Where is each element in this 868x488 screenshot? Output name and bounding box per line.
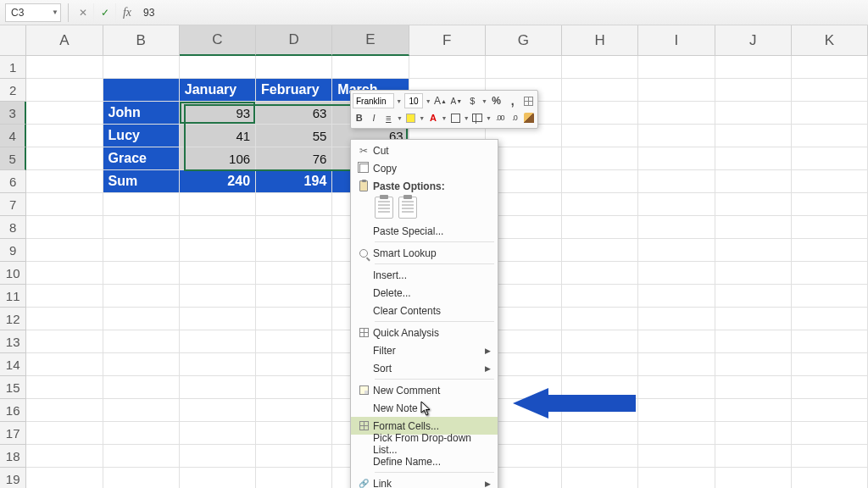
cell-K19[interactable] xyxy=(792,468,868,488)
bold-button[interactable]: B xyxy=(353,110,365,125)
cell-K18[interactable] xyxy=(792,445,868,468)
cancel-formula-button[interactable]: ✕ xyxy=(72,3,94,22)
cell-H11[interactable] xyxy=(562,285,638,308)
table-format-button[interactable] xyxy=(521,93,536,108)
cell-H3[interactable] xyxy=(562,102,638,125)
cell-C11[interactable] xyxy=(180,285,256,308)
cell-J8[interactable] xyxy=(715,216,792,239)
cell-H19[interactable] xyxy=(562,468,638,488)
cell-I17[interactable] xyxy=(638,422,715,445)
enter-formula-button[interactable]: ✓ xyxy=(94,3,116,22)
cell-D1[interactable] xyxy=(256,56,332,79)
cell-I6[interactable] xyxy=(638,170,715,193)
cell-K3[interactable] xyxy=(792,102,868,125)
cell-H7[interactable] xyxy=(562,193,638,216)
cell-I7[interactable] xyxy=(638,193,715,216)
cell-C15[interactable] xyxy=(180,376,256,399)
row-header-19[interactable]: 19 xyxy=(0,468,26,488)
col-header-A[interactable]: A xyxy=(26,25,103,56)
cell-J16[interactable] xyxy=(715,399,792,422)
col-header-E[interactable]: E xyxy=(332,25,409,56)
cell-K4[interactable] xyxy=(792,125,868,147)
cell-K8[interactable] xyxy=(792,216,868,239)
cell-A15[interactable] xyxy=(26,376,103,399)
cell-D19[interactable] xyxy=(256,468,332,488)
cell-D12[interactable] xyxy=(256,308,332,330)
cell-B10[interactable] xyxy=(103,262,180,285)
cell-D17[interactable] xyxy=(256,422,332,445)
cell-B1[interactable] xyxy=(103,56,180,79)
cell-K1[interactable] xyxy=(792,56,868,79)
cell-A13[interactable] xyxy=(26,330,103,353)
cell-D4[interactable]: 55 xyxy=(256,125,332,147)
cell-D10[interactable] xyxy=(256,262,332,285)
col-header-C[interactable]: C xyxy=(180,25,256,56)
select-all-corner[interactable] xyxy=(0,25,26,56)
col-header-K[interactable]: K xyxy=(792,25,868,56)
font-family-dropdown-icon[interactable]: ▼ xyxy=(396,98,402,104)
cell-B17[interactable] xyxy=(103,422,180,445)
paste-option-2[interactable] xyxy=(398,197,417,219)
fill-color-dropdown-icon[interactable]: ▼ xyxy=(419,115,425,121)
cell-J11[interactable] xyxy=(715,285,792,308)
cell-B15[interactable] xyxy=(103,376,180,399)
cell-D6[interactable]: 194 xyxy=(256,170,332,193)
font-size-select[interactable]: 10 xyxy=(404,93,424,108)
ctx-link[interactable]: Link ▶ xyxy=(351,474,498,488)
row-header-8[interactable]: 8 xyxy=(0,216,26,239)
cell-K14[interactable] xyxy=(792,353,868,376)
formula-input[interactable]: 93 xyxy=(138,7,868,19)
font-size-dropdown-icon[interactable]: ▼ xyxy=(425,98,431,104)
cell-D15[interactable] xyxy=(256,376,332,399)
cell-E1[interactable] xyxy=(332,56,409,79)
cell-K13[interactable] xyxy=(792,330,868,353)
ctx-copy[interactable]: Copy xyxy=(351,159,498,177)
col-header-G[interactable]: G xyxy=(486,25,562,56)
cell-J7[interactable] xyxy=(715,193,792,216)
cell-I10[interactable] xyxy=(638,262,715,285)
row-header-1[interactable]: 1 xyxy=(0,56,26,79)
cell-J18[interactable] xyxy=(715,445,792,468)
cell-G1[interactable] xyxy=(486,56,562,79)
cell-A3[interactable] xyxy=(26,102,103,125)
cell-K7[interactable] xyxy=(792,193,868,216)
cell-A5[interactable] xyxy=(26,147,103,170)
cell-B8[interactable] xyxy=(103,216,180,239)
cell-J12[interactable] xyxy=(715,308,792,330)
cell-A4[interactable] xyxy=(26,125,103,147)
cell-F1[interactable] xyxy=(409,56,486,79)
cell-J13[interactable] xyxy=(715,330,792,353)
cell-J9[interactable] xyxy=(715,239,792,262)
cell-J6[interactable] xyxy=(715,170,792,193)
currency-dropdown-icon[interactable]: ▼ xyxy=(481,98,487,104)
decrease-decimal-button[interactable]: .0 xyxy=(508,110,520,125)
cell-J14[interactable] xyxy=(715,353,792,376)
cell-C6[interactable]: 240 xyxy=(180,170,256,193)
font-color-button[interactable]: A xyxy=(426,110,439,125)
cell-A10[interactable] xyxy=(26,262,103,285)
percent-button[interactable]: % xyxy=(489,93,504,108)
cell-C19[interactable] xyxy=(180,468,256,488)
cell-A7[interactable] xyxy=(26,193,103,216)
cell-I11[interactable] xyxy=(638,285,715,308)
cell-A1[interactable] xyxy=(26,56,103,79)
font-color-dropdown-icon[interactable]: ▼ xyxy=(442,115,448,121)
cell-B3[interactable]: John xyxy=(103,102,180,125)
ctx-filter[interactable]: Filter ▶ xyxy=(351,341,498,359)
increase-font-button[interactable]: A▲ xyxy=(433,93,448,108)
row-header-10[interactable]: 10 xyxy=(0,262,26,285)
cell-B5[interactable]: Grace xyxy=(103,147,180,170)
cell-I3[interactable] xyxy=(638,102,715,125)
ctx-cut[interactable]: Cut xyxy=(351,141,498,159)
cell-C3[interactable]: 93 xyxy=(180,102,256,125)
row-header-6[interactable]: 6 xyxy=(0,170,26,193)
cell-J5[interactable] xyxy=(715,147,792,170)
row-header-18[interactable]: 18 xyxy=(0,445,26,468)
cell-I13[interactable] xyxy=(638,330,715,353)
cell-A2[interactable] xyxy=(26,79,103,102)
cell-I2[interactable] xyxy=(638,79,715,102)
cell-K11[interactable] xyxy=(792,285,868,308)
cell-C17[interactable] xyxy=(180,422,256,445)
cell-H14[interactable] xyxy=(562,353,638,376)
cell-D16[interactable] xyxy=(256,399,332,422)
